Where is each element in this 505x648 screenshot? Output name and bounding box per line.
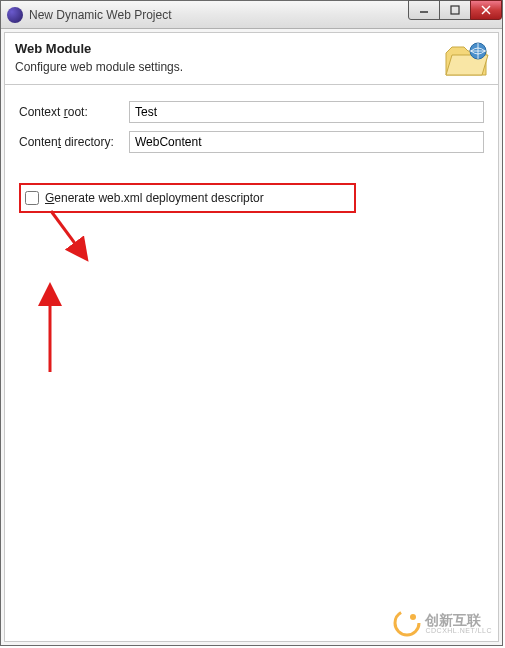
maximize-icon xyxy=(450,5,460,15)
minimize-button[interactable] xyxy=(408,0,440,20)
close-button[interactable] xyxy=(470,0,502,20)
maximize-button[interactable] xyxy=(439,0,471,20)
content-directory-label: Content directory: xyxy=(19,135,129,149)
watermark-logo-icon xyxy=(393,609,421,637)
generate-webxml-highlight: Generate web.xml deployment descriptor xyxy=(19,183,356,213)
watermark-text-block: 创新互联 CDCXHL.NET/LLC xyxy=(425,613,492,634)
generate-webxml-label[interactable]: Generate web.xml deployment descriptor xyxy=(45,191,264,205)
context-root-label: Context root: xyxy=(19,105,129,119)
svg-point-9 xyxy=(395,611,419,635)
annotation-arrow-icon xyxy=(30,280,70,380)
context-root-row: Context root: xyxy=(19,101,484,123)
generate-webxml-checkbox[interactable] xyxy=(25,191,39,205)
minimize-icon xyxy=(419,5,429,15)
content-directory-input[interactable] xyxy=(129,131,484,153)
wizard-header: Web Module Configure web module settings… xyxy=(4,32,499,85)
content-directory-row: Content directory: xyxy=(19,131,484,153)
eclipse-icon xyxy=(7,7,23,23)
wizard-title: Web Module xyxy=(15,41,183,56)
context-root-input[interactable] xyxy=(129,101,484,123)
svg-rect-1 xyxy=(451,6,459,14)
watermark-text: 创新互联 xyxy=(425,613,492,627)
dialog-window: New Dynamic Web Project Web Module Confi… xyxy=(0,0,503,646)
folder-web-icon xyxy=(444,39,490,79)
svg-line-7 xyxy=(51,211,85,257)
annotation-arrow-icon xyxy=(43,203,103,273)
window-controls xyxy=(409,0,502,20)
dialog-content: Web Module Configure web module settings… xyxy=(1,29,502,645)
close-icon xyxy=(481,5,491,15)
svg-point-10 xyxy=(410,614,416,620)
watermark-subtext: CDCXHL.NET/LLC xyxy=(425,627,492,634)
window-title: New Dynamic Web Project xyxy=(29,8,172,22)
watermark: 创新互联 CDCXHL.NET/LLC xyxy=(393,609,492,637)
wizard-subtitle: Configure web module settings. xyxy=(15,60,183,74)
titlebar[interactable]: New Dynamic Web Project xyxy=(1,1,502,29)
wizard-body: Context root: Content directory: Generat… xyxy=(4,85,499,642)
wizard-header-text: Web Module Configure web module settings… xyxy=(15,41,183,74)
